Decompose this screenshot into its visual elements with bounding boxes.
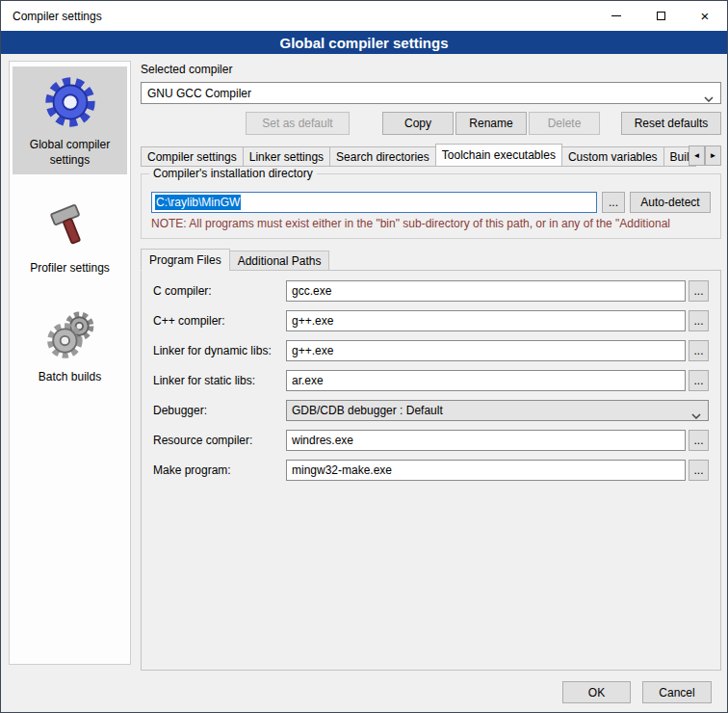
tab-scroll-left-button[interactable]: ◄: [689, 145, 705, 166]
minimize-button[interactable]: [594, 1, 638, 31]
page-title: Global compiler settings: [1, 31, 727, 54]
field-row: Linker for static libs: ar.exe ...: [153, 370, 709, 391]
dynamic-linker-input[interactable]: g++.exe: [286, 340, 686, 361]
static-linker-browse-button[interactable]: ...: [689, 370, 709, 391]
delete-button[interactable]: Delete: [529, 112, 600, 135]
gray-gears-icon: [39, 304, 101, 365]
debugger-select[interactable]: GDB/CDB debugger : Default: [286, 400, 709, 421]
window-titlebar: Compiler settings ×: [1, 1, 727, 31]
settings-sidebar: Global compiler settings Profiler settin…: [9, 61, 131, 665]
resource-compiler-browse-button[interactable]: ...: [689, 430, 709, 451]
program-files-tabbar: Program Files Additional Paths: [141, 249, 721, 271]
field-row: Linker for dynamic libs: g++.exe ...: [153, 340, 709, 361]
rename-button[interactable]: Rename: [455, 112, 527, 135]
field-row: Debugger: GDB/CDB debugger : Default: [153, 400, 709, 421]
sidebar-item-profiler-settings[interactable]: Profiler settings: [13, 190, 127, 283]
tab-linker-settings[interactable]: Linker settings: [243, 146, 330, 167]
minimize-icon: [611, 15, 621, 16]
chevron-down-icon: [704, 92, 714, 105]
caption-buttons: ×: [594, 1, 727, 31]
subtab-program-files[interactable]: Program Files: [141, 249, 230, 271]
static-linker-value: ar.exe: [292, 374, 324, 387]
field-row: C++ compiler: g++.exe ...: [153, 310, 709, 331]
installation-directory-selected-text: C:\raylib\MinGW: [155, 195, 241, 210]
chevron-down-icon: [691, 409, 701, 422]
installation-directory-input[interactable]: C:\raylib\MinGW: [151, 192, 597, 213]
compiler-select-value: GNU GCC Compiler: [147, 87, 251, 100]
close-icon: ×: [701, 9, 710, 23]
sidebar-item-label: Global compiler settings: [14, 138, 125, 168]
main-content: Selected compiler GNU GCC Compiler Set a…: [141, 61, 721, 671]
c-compiler-input[interactable]: gcc.exe: [286, 280, 686, 302]
sidebar-item-global-compiler-settings[interactable]: Global compiler settings: [13, 66, 127, 174]
debugger-label: Debugger:: [153, 404, 286, 417]
selected-compiler-label: Selected compiler: [141, 63, 721, 76]
resource-compiler-input[interactable]: windres.exe: [286, 430, 686, 451]
dynamic-linker-browse-button[interactable]: ...: [689, 340, 709, 361]
profiler-hammer-icon: [39, 195, 101, 256]
reset-defaults-button[interactable]: Reset defaults: [621, 112, 721, 135]
cpp-compiler-browse-button[interactable]: ...: [689, 310, 709, 331]
tab-scroll-right-button[interactable]: ►: [705, 145, 721, 166]
field-row: Resource compiler: windres.exe ...: [153, 430, 709, 451]
tab-strip: Compiler settings Linker settings Search…: [141, 144, 685, 167]
c-compiler-value: gcc.exe: [292, 284, 331, 298]
sidebar-item-batch-builds[interactable]: Batch builds: [13, 299, 127, 392]
cpp-compiler-input[interactable]: g++.exe: [286, 310, 686, 331]
maximize-icon: [657, 12, 665, 20]
installation-directory-group: Compiler's installation directory C:\ray…: [141, 173, 721, 239]
maximize-button[interactable]: [638, 1, 683, 31]
set-as-default-button[interactable]: Set as default: [246, 112, 350, 135]
c-compiler-browse-button[interactable]: ...: [689, 280, 709, 302]
sidebar-item-label: Batch builds: [14, 370, 125, 385]
installation-note-text: NOTE: All programs must exist either in …: [151, 217, 711, 230]
window-title: Compiler settings: [13, 10, 102, 23]
blue-gear-icon: [39, 71, 101, 133]
tab-compiler-settings[interactable]: Compiler settings: [141, 146, 244, 167]
dynamic-linker-value: g++.exe: [292, 344, 333, 357]
installation-directory-group-label: Compiler's installation directory: [149, 167, 317, 180]
resource-compiler-value: windres.exe: [292, 434, 353, 447]
compiler-actions: Set as default Copy Rename Delete Reset …: [141, 112, 721, 135]
cancel-button[interactable]: Cancel: [642, 681, 712, 703]
dynamic-linker-label: Linker for dynamic libs:: [153, 344, 286, 357]
field-row: C compiler: gcc.exe ...: [153, 280, 709, 302]
installation-directory-browse-button[interactable]: ...: [602, 192, 625, 213]
make-program-label: Make program:: [153, 463, 286, 477]
static-linker-input[interactable]: ar.exe: [286, 370, 686, 391]
cpp-compiler-label: C++ compiler:: [153, 314, 286, 328]
program-files-panel: C compiler: gcc.exe ... C++ compiler: g+…: [141, 270, 721, 671]
debugger-value: GDB/CDB debugger : Default: [292, 404, 443, 417]
cpp-compiler-value: g++.exe: [292, 314, 333, 328]
copy-button[interactable]: Copy: [382, 112, 454, 135]
make-program-browse-button[interactable]: ...: [689, 460, 709, 481]
make-program-input[interactable]: mingw32-make.exe: [286, 460, 686, 481]
c-compiler-label: C compiler:: [153, 284, 286, 298]
field-row: Make program: mingw32-make.exe ...: [153, 460, 709, 481]
compiler-select[interactable]: GNU GCC Compiler: [141, 82, 721, 104]
subtab-additional-paths[interactable]: Additional Paths: [229, 251, 330, 271]
sidebar-item-label: Profiler settings: [14, 261, 125, 277]
tab-search-directories[interactable]: Search directories: [329, 146, 436, 167]
static-linker-label: Linker for static libs:: [153, 374, 286, 387]
tab-toolchain-executables[interactable]: Toolchain executables: [435, 144, 562, 167]
make-program-value: mingw32-make.exe: [292, 463, 392, 477]
resource-compiler-label: Resource compiler:: [153, 434, 286, 447]
ok-button[interactable]: OK: [562, 681, 631, 703]
settings-tabbar: Compiler settings Linker settings Search…: [141, 144, 721, 167]
tab-custom-variables[interactable]: Custom variables: [561, 146, 664, 167]
close-button[interactable]: ×: [683, 1, 727, 31]
installation-directory-row: C:\raylib\MinGW ... Auto-detect: [151, 192, 711, 213]
auto-detect-button[interactable]: Auto-detect: [630, 192, 711, 213]
tab-scroll-buttons: ◄ ►: [689, 145, 721, 166]
